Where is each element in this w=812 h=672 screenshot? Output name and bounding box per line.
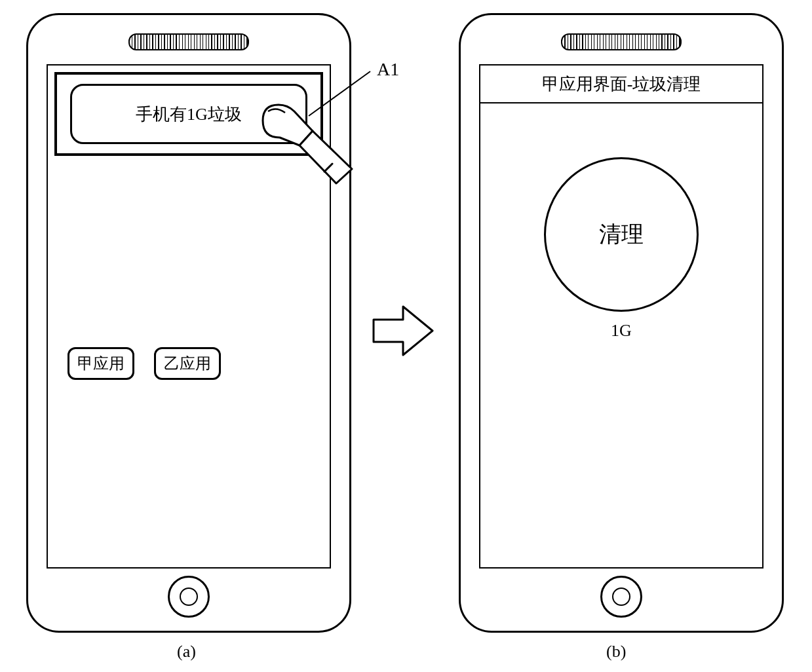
phone-b-screen: 甲应用界面-垃圾清理 清理 1G	[479, 64, 764, 569]
app-title-bar: 甲应用界面-垃圾清理	[480, 65, 762, 103]
notification-text: 手机有1G垃圾	[136, 103, 242, 126]
phone-b: 甲应用界面-垃圾清理 清理 1G	[459, 13, 784, 633]
transition-arrow-icon	[370, 301, 436, 360]
app-title-text: 甲应用界面-垃圾清理	[542, 73, 701, 96]
home-button[interactable]	[168, 576, 210, 618]
finger-icon	[259, 98, 370, 210]
app-label: 乙应用	[164, 355, 211, 372]
clean-button-label: 清理	[599, 219, 644, 250]
app-row: 甲应用 乙应用	[68, 347, 221, 380]
svg-marker-1	[374, 307, 433, 355]
app-label: 甲应用	[77, 355, 125, 372]
caption-b: (b)	[606, 642, 626, 662]
speaker-grille	[561, 33, 682, 50]
clean-button[interactable]: 清理	[544, 157, 699, 312]
app-chip-yi[interactable]: 乙应用	[154, 347, 221, 380]
speaker-grille	[128, 33, 249, 50]
callout-label-a1: A1	[377, 59, 399, 80]
home-button[interactable]	[600, 576, 642, 618]
app-chip-jia[interactable]: 甲应用	[68, 347, 134, 380]
caption-a: (a)	[177, 642, 196, 662]
junk-size-label: 1G	[611, 321, 632, 341]
